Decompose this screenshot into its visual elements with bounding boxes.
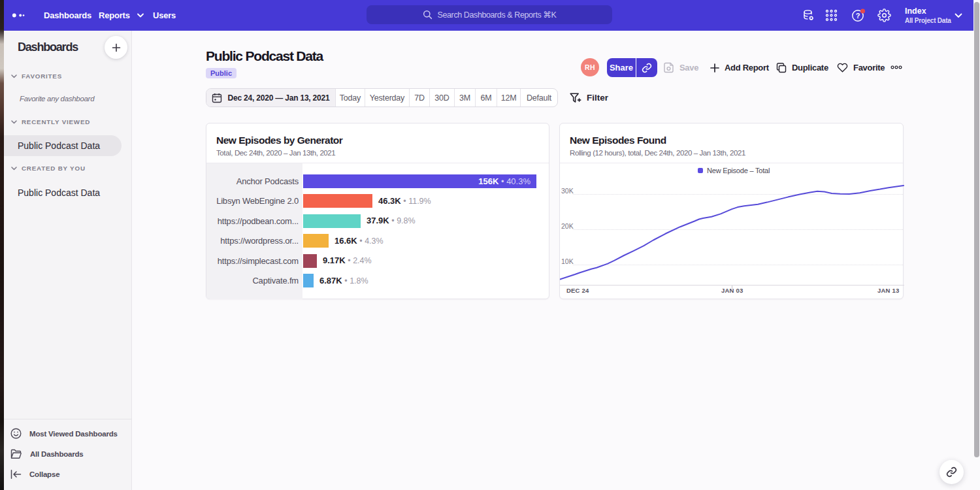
svg-text:?: ? xyxy=(856,12,860,20)
